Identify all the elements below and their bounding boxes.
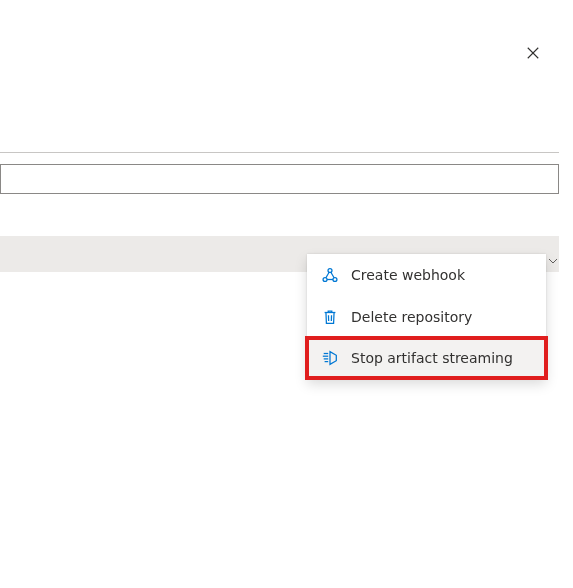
stream-stop-icon: [321, 349, 339, 367]
context-menu: Create webhook Delete repository Stop ar: [307, 254, 546, 378]
webhook-icon: [321, 266, 339, 284]
menu-item-label: Stop artifact streaming: [351, 350, 513, 366]
text-input[interactable]: [0, 164, 559, 194]
menu-item-delete-repository[interactable]: Delete repository: [307, 296, 546, 338]
svg-point-2: [328, 269, 332, 273]
chevron-down-icon: [548, 254, 558, 268]
delete-icon: [321, 308, 339, 326]
menu-item-label: Delete repository: [351, 309, 472, 325]
menu-item-stop-artifact-streaming[interactable]: Stop artifact streaming: [305, 336, 548, 380]
svg-point-4: [333, 278, 337, 282]
menu-item-label: Create webhook: [351, 267, 465, 283]
section-divider: [0, 152, 559, 153]
close-button[interactable]: [521, 42, 545, 66]
menu-item-create-webhook[interactable]: Create webhook: [307, 254, 546, 296]
svg-point-3: [323, 278, 327, 282]
close-icon: [526, 46, 540, 63]
